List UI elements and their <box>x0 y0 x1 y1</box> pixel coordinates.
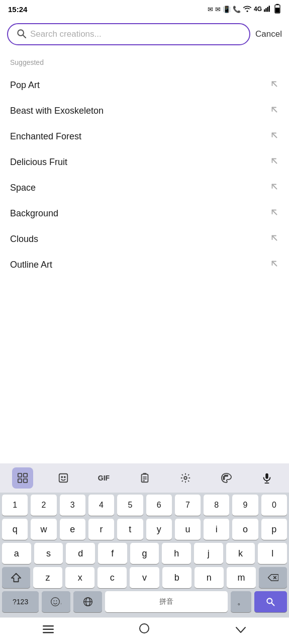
svg-rect-20 <box>23 479 27 482</box>
suggestion-item[interactable]: Beast with Exoskeleton <box>10 98 279 124</box>
key-v[interactable]: v <box>130 567 159 588</box>
keyboard-toolbar: GIF <box>0 463 289 493</box>
key-rows: 1234567890 qwertyuiop asdfghjkl zxcvbnm … <box>0 493 289 617</box>
suggestion-item[interactable]: Space <box>10 175 279 201</box>
key-p[interactable]: p <box>261 519 287 540</box>
key-3[interactable]: 3 <box>60 495 85 516</box>
key-x[interactable]: x <box>65 567 94 588</box>
key-u[interactable]: u <box>175 519 201 540</box>
key-o[interactable]: o <box>232 519 258 540</box>
space-key[interactable]: 拼音 <box>105 591 228 612</box>
key-a[interactable]: a <box>2 543 31 564</box>
svg-line-16 <box>272 262 277 266</box>
emoji-key[interactable]: , <box>42 591 70 612</box>
key-5[interactable]: 5 <box>117 495 143 516</box>
key-2[interactable]: 2 <box>31 495 56 516</box>
signal-icon <box>264 5 272 14</box>
svg-point-30 <box>223 476 225 478</box>
battery-icon <box>274 4 281 15</box>
svg-rect-33 <box>265 473 268 479</box>
nav-home[interactable] <box>139 623 150 637</box>
svg-rect-17 <box>18 473 21 477</box>
keyboard-toolbar-emoji[interactable] <box>53 467 74 489</box>
svg-point-29 <box>223 478 225 479</box>
status-icons: ✉ ✉ 📳 📞 4G <box>208 4 281 15</box>
svg-rect-46 <box>43 625 54 627</box>
suggestion-text: Background <box>10 208 58 219</box>
keyboard-toolbar-settings[interactable] <box>175 467 196 489</box>
key-r[interactable]: r <box>88 519 114 540</box>
nav-back[interactable] <box>235 623 246 636</box>
key-n[interactable]: n <box>195 567 224 588</box>
suggestion-item[interactable]: Background <box>10 201 279 226</box>
svg-rect-0 <box>264 9 265 12</box>
svg-point-23 <box>64 476 65 477</box>
key-6[interactable]: 6 <box>146 495 172 516</box>
suggestion-item[interactable]: Outline Art <box>10 252 279 278</box>
keyboard-toolbar-grid[interactable] <box>12 467 33 489</box>
call-icon: 📞 <box>233 6 241 13</box>
suggestion-item[interactable]: Delicious Fruit <box>10 149 279 175</box>
keyboard-toolbar-mic[interactable] <box>256 467 277 489</box>
key-w[interactable]: w <box>31 519 56 540</box>
svg-rect-21 <box>59 474 67 482</box>
key-z[interactable]: z <box>33 567 62 588</box>
globe-key[interactable] <box>73 591 102 612</box>
search-input[interactable] <box>30 29 241 39</box>
suggestion-text: Delicious Fruit <box>10 157 67 168</box>
keyboard-toolbar-clipboard[interactable] <box>134 467 155 489</box>
search-icon <box>16 28 26 40</box>
key-i[interactable]: i <box>204 519 229 540</box>
keyboard-toolbar-gif[interactable]: GIF <box>93 467 115 489</box>
key-8[interactable]: 8 <box>204 495 229 516</box>
key-l[interactable]: l <box>258 543 287 564</box>
arrow-up-left-icon <box>270 79 279 91</box>
key-4[interactable]: 4 <box>88 495 114 516</box>
svg-line-45 <box>272 603 274 606</box>
svg-line-15 <box>272 236 277 240</box>
key-j[interactable]: j <box>194 543 223 564</box>
suggestion-item[interactable]: Clouds <box>10 226 279 252</box>
key-b[interactable]: b <box>162 567 191 588</box>
key-g[interactable]: g <box>130 543 159 564</box>
key-f[interactable]: f <box>98 543 127 564</box>
key-t[interactable]: t <box>117 519 143 540</box>
shift-key[interactable] <box>2 567 30 588</box>
period-key[interactable]: 。 <box>231 591 251 612</box>
key-q[interactable]: q <box>2 519 28 540</box>
key-7[interactable]: 7 <box>175 495 201 516</box>
svg-rect-6 <box>275 8 279 13</box>
search-key[interactable] <box>254 591 287 612</box>
backspace-key[interactable] <box>259 567 287 588</box>
arrow-up-left-icon <box>270 259 279 271</box>
suggestion-item[interactable]: Enchanted Forest <box>10 124 279 149</box>
suggestion-item[interactable]: Pop Art <box>10 72 279 98</box>
keyboard: GIF <box>0 463 289 617</box>
svg-line-14 <box>272 210 277 215</box>
mail-icon: ✉ <box>208 6 213 13</box>
cancel-button[interactable]: Cancel <box>255 29 282 39</box>
key-s[interactable]: s <box>34 543 63 564</box>
key-y[interactable]: y <box>146 519 172 540</box>
svg-rect-1 <box>265 8 266 12</box>
search-input-wrapper[interactable] <box>7 23 250 45</box>
status-bar: 15:24 ✉ ✉ 📳 📞 4G <box>0 0 289 18</box>
key-1[interactable]: 1 <box>2 495 28 516</box>
key-e[interactable]: e <box>60 519 85 540</box>
suggested-label: Suggested <box>10 58 279 66</box>
keyboard-toolbar-palette[interactable] <box>216 467 237 489</box>
key-h[interactable]: h <box>162 543 191 564</box>
wifi-icon <box>243 5 252 14</box>
svg-point-40 <box>56 600 57 601</box>
special-key[interactable]: ?123 <box>2 591 39 612</box>
nav-menu[interactable] <box>43 623 54 636</box>
key-0[interactable]: 0 <box>261 495 287 516</box>
key-c[interactable]: c <box>98 567 127 588</box>
status-time: 15:24 <box>8 5 27 14</box>
key-9[interactable]: 9 <box>232 495 258 516</box>
svg-point-38 <box>51 598 60 606</box>
key-d[interactable]: d <box>66 543 95 564</box>
key-k[interactable]: k <box>226 543 255 564</box>
key-m[interactable]: m <box>227 567 256 588</box>
row-2: asdfghjkl <box>2 543 287 564</box>
